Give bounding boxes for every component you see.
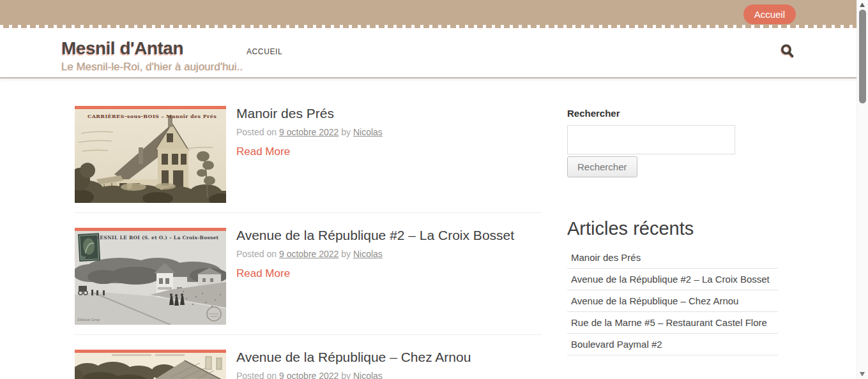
by-label: by bbox=[341, 371, 351, 379]
search-submit-button[interactable]: Rechercher bbox=[567, 156, 637, 177]
nav-item-accueil[interactable]: ACCUEIL bbox=[247, 47, 282, 56]
sidebar: Rechercher Rechercher Articles récents M… bbox=[567, 106, 778, 379]
by-label: by bbox=[341, 249, 351, 259]
post-thumbnail[interactable]: 5c MESNIL LE ROI (S. et O.) – La Croix-B… bbox=[75, 228, 226, 325]
read-more-link[interactable]: Read More bbox=[236, 267, 290, 280]
post-title[interactable]: Avenue de la République – Chez Arnou bbox=[236, 350, 471, 365]
search-widget: Rechercher Rechercher bbox=[567, 108, 778, 177]
post-thumbnail[interactable]: CARRIÈRES-sous-BOIS – Manoir des Prés bbox=[75, 106, 226, 203]
search-icon[interactable] bbox=[779, 43, 796, 63]
topbar-accueil-button[interactable]: Accueil bbox=[743, 4, 796, 24]
post-date-link[interactable]: 9 octobre 2022 bbox=[279, 127, 339, 137]
site-branding: Mesnil d'Antan Le Mesnil-le-Roi, d'hier … bbox=[61, 28, 247, 73]
post-date-link[interactable]: 9 octobre 2022 bbox=[279, 249, 339, 259]
recent-articles-list: Manoir des Prés Avenue de la République … bbox=[567, 247, 778, 355]
main-content: CARRIÈRES-sous-BOIS – Manoir des Prés Ma… bbox=[0, 77, 857, 379]
posted-on-label: Posted on bbox=[236, 249, 277, 259]
scrollbar-up-arrow[interactable] bbox=[860, 3, 865, 7]
main-nav: ACCUEIL bbox=[247, 45, 282, 57]
postcard-caption: MESNIL LE ROI (S. et O.) – La Croix-Boss… bbox=[95, 235, 219, 241]
site-tagline: Le Mesnil-le-Roi, d'hier à aujourd'hui.. bbox=[61, 61, 247, 73]
posts-column: CARRIÈRES-sous-BOIS – Manoir des Prés Ma… bbox=[75, 106, 542, 379]
post-author-link[interactable]: Nicolas bbox=[353, 371, 383, 379]
post-body: Manoir des Prés Posted on 9 octobre 2022… bbox=[226, 106, 383, 203]
post-meta: Posted on 9 octobre 2022 by Nicolas bbox=[236, 249, 514, 259]
postcard-caption: CARRIÈRES-sous-BOIS – Manoir des Prés bbox=[88, 113, 217, 119]
posted-on-label: Posted on bbox=[236, 371, 277, 379]
post-la-croix-bosset: 5c MESNIL LE ROI (S. et O.) – La Croix-B… bbox=[75, 228, 542, 325]
post-author-link[interactable]: Nicolas bbox=[353, 127, 383, 137]
post-divider bbox=[75, 334, 542, 335]
post-date-link[interactable]: 9 octobre 2022 bbox=[279, 371, 339, 379]
read-more-link[interactable]: Read More bbox=[236, 145, 290, 158]
recent-article-link[interactable]: Manoir des Prés bbox=[567, 247, 778, 269]
post-meta: Posted on 9 octobre 2022 by Nicolas bbox=[236, 127, 383, 137]
post-thumbnail[interactable] bbox=[75, 350, 226, 379]
post-body: Avenue de la République – Chez Arnou Pos… bbox=[226, 350, 471, 379]
post-title[interactable]: Avenue de la République #2 – La Croix Bo… bbox=[236, 228, 514, 243]
post-divider bbox=[75, 212, 542, 213]
post-title[interactable]: Manoir des Prés bbox=[236, 106, 383, 121]
posted-on-label: Posted on bbox=[236, 127, 277, 137]
site-title[interactable]: Mesnil d'Antan bbox=[61, 38, 247, 59]
post-meta: Posted on 9 octobre 2022 by Nicolas bbox=[236, 371, 471, 379]
recent-article-link[interactable]: Rue de la Marne #5 – Restaurant Castel F… bbox=[567, 312, 778, 334]
post-chez-arnou: Avenue de la République – Chez Arnou Pos… bbox=[75, 350, 542, 379]
recent-article-link[interactable]: Avenue de la République – Chez Arnou bbox=[567, 290, 778, 312]
scrollbar[interactable] bbox=[857, 0, 868, 379]
by-label: by bbox=[341, 127, 351, 137]
page: Accueil Mesnil d'Antan Le Mesnil-le-Roi,… bbox=[0, 0, 857, 379]
recent-articles-title: Articles récents bbox=[567, 218, 778, 239]
scrollbar-thumb[interactable] bbox=[859, 10, 866, 103]
post-manoir-des-pres: CARRIÈRES-sous-BOIS – Manoir des Prés Ma… bbox=[75, 106, 542, 203]
site-header: Mesnil d'Antan Le Mesnil-le-Roi, d'hier … bbox=[0, 28, 857, 77]
post-author-link[interactable]: Nicolas bbox=[353, 249, 383, 259]
search-widget-title: Rechercher bbox=[567, 108, 778, 119]
post-body: Avenue de la République #2 – La Croix Bo… bbox=[226, 228, 514, 325]
recent-article-link[interactable]: Boulevard Paymal #2 bbox=[567, 334, 778, 355]
search-input[interactable] bbox=[567, 125, 735, 154]
recent-article-link[interactable]: Avenue de la République #2 – La Croix Bo… bbox=[567, 269, 778, 290]
stamp-value-label: 5c bbox=[81, 255, 86, 259]
scrollbar-down-arrow[interactable] bbox=[860, 372, 865, 376]
postcard-publisher-label: Edition Gray bbox=[77, 318, 100, 322]
topbar: Accueil bbox=[0, 0, 857, 28]
recent-articles-widget: Articles récents Manoir des Prés Avenue … bbox=[567, 218, 778, 355]
